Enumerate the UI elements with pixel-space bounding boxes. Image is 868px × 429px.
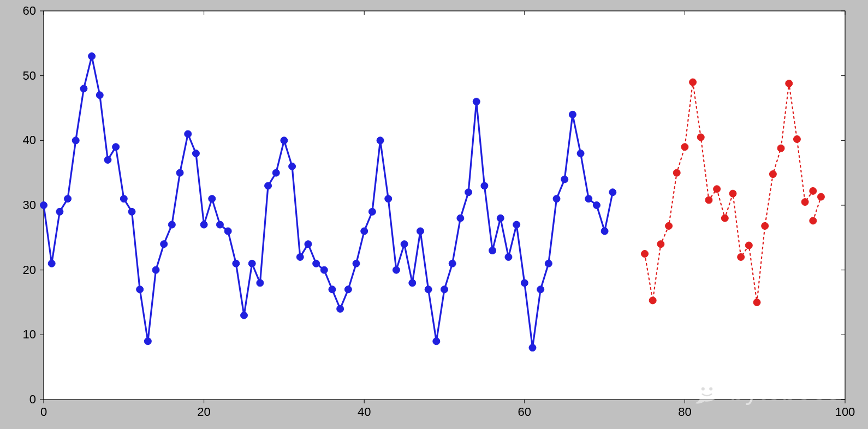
svg-point-107 [569, 111, 576, 118]
svg-point-68 [257, 279, 264, 287]
svg-point-63 [216, 221, 223, 228]
svg-point-97 [489, 247, 496, 254]
svg-point-53 [136, 286, 144, 293]
svg-point-132 [793, 135, 800, 142]
svg-point-86 [401, 241, 408, 248]
svg-point-52 [128, 208, 135, 215]
svg-point-135 [810, 217, 817, 224]
svg-text:20: 20 [23, 263, 36, 277]
svg-point-59 [185, 130, 192, 138]
svg-point-123 [721, 214, 728, 222]
svg-point-81 [361, 228, 368, 235]
svg-point-83 [377, 137, 384, 144]
svg-point-62 [209, 195, 216, 202]
svg-text:80: 80 [678, 405, 691, 419]
svg-text:10: 10 [23, 327, 36, 341]
svg-point-116 [665, 222, 673, 229]
svg-point-79 [344, 286, 352, 293]
chart-container: 0204060801000102030405060 bytebees [0, 0, 868, 429]
svg-point-57 [168, 221, 175, 228]
svg-point-92 [449, 260, 456, 267]
svg-point-50 [112, 144, 120, 151]
svg-point-104 [545, 260, 552, 267]
svg-point-103 [537, 286, 544, 293]
svg-point-70 [272, 169, 280, 176]
svg-point-60 [192, 150, 199, 157]
svg-point-64 [224, 228, 231, 235]
svg-point-43 [56, 208, 63, 215]
svg-text:40: 40 [358, 405, 371, 419]
svg-point-88 [417, 228, 424, 235]
svg-point-78 [337, 305, 344, 312]
svg-point-41 [40, 202, 47, 209]
svg-point-77 [329, 286, 336, 293]
svg-point-105 [553, 195, 560, 202]
svg-text:30: 30 [23, 198, 36, 212]
svg-point-87 [409, 279, 416, 287]
svg-point-96 [481, 182, 488, 189]
svg-text:20: 20 [197, 405, 210, 419]
svg-point-85 [393, 266, 400, 273]
svg-point-130 [777, 145, 784, 152]
svg-point-133 [801, 199, 808, 206]
svg-point-91 [441, 286, 448, 293]
svg-point-108 [577, 150, 584, 157]
svg-point-127 [753, 299, 760, 306]
svg-point-72 [289, 163, 296, 170]
svg-text:40: 40 [23, 133, 36, 147]
svg-point-55 [152, 266, 159, 273]
svg-point-118 [681, 144, 688, 151]
svg-point-122 [714, 186, 721, 193]
svg-point-131 [786, 80, 793, 87]
svg-point-47 [88, 53, 96, 60]
svg-point-49 [104, 156, 111, 163]
svg-point-90 [433, 338, 440, 345]
svg-text:100: 100 [835, 405, 855, 419]
svg-point-73 [296, 253, 304, 260]
svg-point-114 [649, 297, 656, 304]
svg-point-74 [305, 241, 312, 248]
svg-point-65 [233, 260, 240, 267]
svg-point-42 [48, 260, 55, 267]
svg-point-128 [762, 222, 769, 229]
svg-point-136 [817, 193, 824, 200]
svg-point-84 [385, 195, 392, 202]
svg-point-54 [144, 338, 151, 345]
svg-point-46 [80, 85, 87, 92]
svg-point-98 [497, 214, 504, 222]
svg-text:60: 60 [518, 405, 531, 419]
svg-text:0: 0 [40, 405, 47, 419]
svg-point-93 [457, 214, 464, 222]
svg-point-109 [585, 195, 592, 202]
svg-point-45 [72, 137, 79, 144]
svg-point-120 [697, 134, 704, 141]
svg-point-129 [769, 171, 776, 178]
svg-point-112 [609, 189, 616, 196]
svg-point-51 [120, 195, 127, 202]
svg-point-95 [473, 98, 480, 105]
svg-point-101 [521, 279, 528, 287]
svg-point-48 [96, 92, 103, 99]
svg-point-110 [593, 202, 600, 209]
svg-point-111 [601, 228, 608, 235]
svg-point-75 [313, 260, 320, 267]
svg-point-102 [529, 344, 536, 351]
svg-point-66 [241, 312, 248, 319]
svg-rect-0 [44, 11, 845, 400]
svg-point-82 [368, 208, 376, 215]
svg-point-61 [200, 221, 207, 228]
svg-point-69 [265, 182, 272, 189]
svg-point-58 [176, 169, 183, 176]
svg-point-134 [810, 187, 817, 194]
svg-point-121 [705, 196, 712, 204]
svg-point-71 [281, 137, 288, 144]
svg-text:0: 0 [29, 392, 36, 406]
svg-point-44 [64, 195, 72, 202]
svg-point-80 [353, 260, 360, 267]
svg-point-94 [465, 189, 472, 196]
svg-point-117 [673, 169, 680, 176]
svg-point-126 [745, 242, 752, 249]
svg-text:50: 50 [23, 69, 36, 82]
svg-point-115 [657, 241, 664, 248]
svg-point-56 [160, 241, 168, 248]
